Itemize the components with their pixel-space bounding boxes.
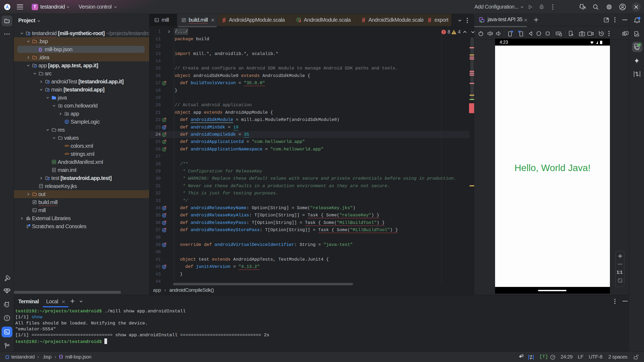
svg-text:C: C: [66, 120, 68, 123]
svg-text:</>: </>: [64, 152, 69, 156]
svg-text:M: M: [53, 160, 55, 164]
svg-text:?: ?: [40, 184, 42, 188]
svg-text:</>: </>: [64, 144, 69, 148]
